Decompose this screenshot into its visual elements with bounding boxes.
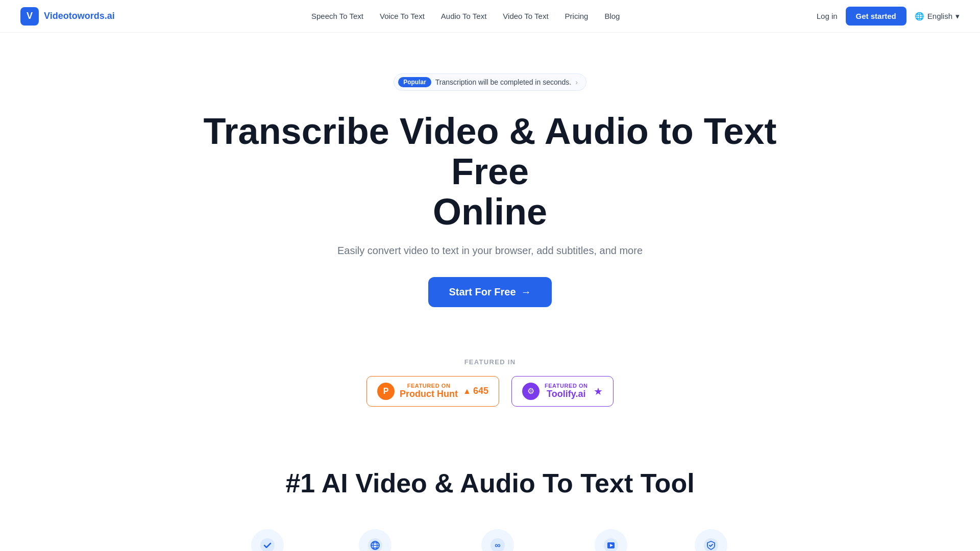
hero-section: Popular Transcription will be completed …	[184, 33, 796, 338]
nav-speech-to-text[interactable]: Speech To Text	[311, 12, 363, 20]
ph-triangle-icon: ▲	[463, 387, 471, 396]
toolify-icon: ⚙	[522, 383, 540, 400]
start-for-free-button[interactable]: Start For Free →	[428, 277, 551, 307]
globe-icon	[368, 538, 382, 551]
uploads-icon-circle: ∞	[481, 529, 514, 551]
ai-tool-section: #1 AI Video & Audio To Text Tool 99.9% A…	[0, 427, 980, 551]
toolify-star-icon: ★	[594, 385, 603, 397]
nav-video-to-text[interactable]: Video To Text	[503, 12, 548, 20]
product-hunt-badge[interactable]: P FEATURED ON Product Hunt ▲ 645	[366, 376, 499, 407]
private-icon-circle	[695, 529, 727, 551]
nav-pricing[interactable]: Pricing	[565, 12, 589, 20]
shield-icon	[704, 538, 718, 551]
get-started-button[interactable]: Get started	[846, 7, 906, 26]
check-icon	[260, 538, 275, 551]
accuracy-icon-circle	[251, 529, 284, 551]
feature-uploads: ∞ 10 Hour Uploads & Unlimited Minutes	[452, 529, 544, 551]
hero-title: Transcribe Video & Audio to Text Free On…	[194, 111, 786, 233]
cta-label: Start For Free	[449, 286, 516, 298]
play-icon	[604, 538, 618, 551]
infinity-icon: ∞	[491, 538, 505, 551]
language-selector[interactable]: 🌐 English ▾	[915, 12, 960, 21]
feature-accuracy: 99.9% Accuracy	[236, 529, 298, 551]
hero-subtitle: Easily convert video to text in your bro…	[194, 245, 786, 257]
feature-private: Private & Secure	[678, 529, 743, 551]
nav-voice-to-text[interactable]: Voice To Text	[380, 12, 425, 20]
toolify-badge[interactable]: ⚙ FEATURED ON Toolify.ai ★	[511, 376, 614, 407]
language-label: English	[927, 12, 952, 20]
popular-badge[interactable]: Popular Transcription will be completed …	[394, 73, 586, 91]
globe-icon: 🌐	[915, 12, 924, 21]
nav-links: Speech To Text Voice To Text Audio To Te…	[311, 12, 620, 20]
logo-text: Videotowords.ai	[44, 11, 115, 21]
nav-right: Log in Get started 🌐 English ▾	[817, 7, 960, 26]
ph-text: FEATURED ON Product Hunt	[400, 383, 458, 399]
cta-arrow-icon: →	[521, 286, 531, 298]
featured-badges: P FEATURED ON Product Hunt ▲ 645 ⚙ FEATU…	[10, 376, 970, 407]
youtube-icon-circle	[595, 529, 627, 551]
features-row: 99.9% Accuracy 98+ Languages & Speaker R…	[184, 529, 796, 551]
logo-link[interactable]: V Videotowords.ai	[20, 7, 115, 26]
login-button[interactable]: Log in	[817, 12, 838, 20]
logo-icon: V	[20, 7, 39, 26]
featured-label: FEATURED IN	[10, 358, 970, 366]
badge-text: Transcription will be completed in secon…	[435, 78, 571, 86]
feature-languages: 98+ Languages & Speaker Recognition	[329, 529, 421, 551]
nav-audio-to-text[interactable]: Audio To Text	[441, 12, 487, 20]
svg-point-0	[260, 538, 275, 551]
popular-pill: Popular	[398, 77, 431, 87]
nav-blog[interactable]: Blog	[604, 12, 620, 20]
languages-icon-circle	[359, 529, 391, 551]
toolify-text: FEATURED ON Toolify.ai	[545, 383, 588, 399]
ph-score: ▲ 645	[463, 386, 488, 396]
svg-text:∞: ∞	[495, 541, 500, 549]
ph-icon: P	[377, 383, 395, 400]
featured-section: FEATURED IN P FEATURED ON Product Hunt ▲…	[0, 338, 980, 427]
badge-arrow-icon: ›	[575, 78, 578, 86]
navbar: V Videotowords.ai Speech To Text Voice T…	[0, 0, 980, 33]
chevron-down-icon: ▾	[955, 12, 960, 21]
feature-youtube: Youtube Transcript	[574, 529, 648, 551]
ai-tool-heading: #1 AI Video & Audio To Text Tool	[10, 468, 970, 498]
